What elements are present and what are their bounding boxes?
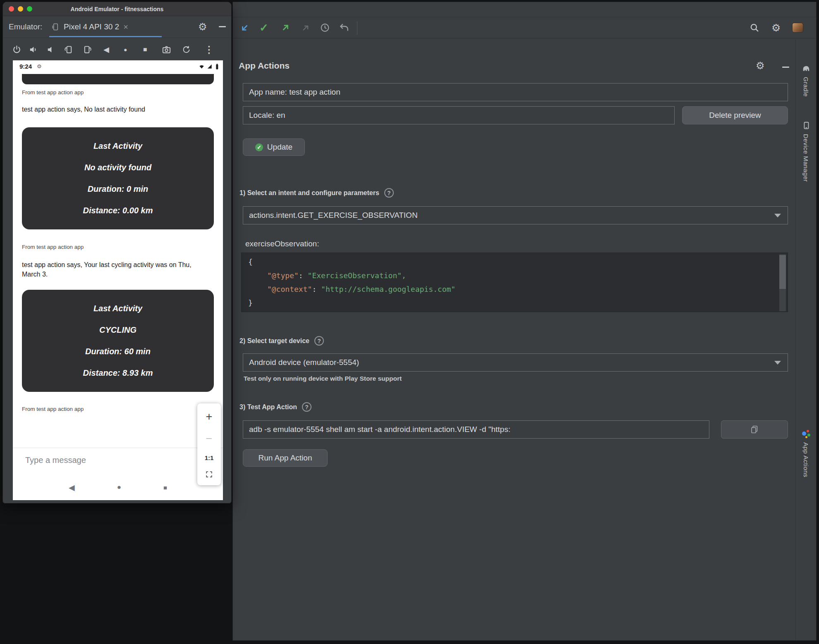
- phone-screen: 9:24 ⚙ From test app action app test app: [13, 60, 223, 500]
- status-gear-icon: ⚙: [37, 63, 42, 69]
- section-three-label: 3) Test App Action: [239, 403, 297, 411]
- target-device-dropdown[interactable]: Android device (emulator-5554): [243, 353, 788, 372]
- attach-debugger-icon[interactable]: [301, 23, 311, 33]
- sidebar-tab-app-actions[interactable]: App Actions: [796, 429, 816, 477]
- run-app-action-button[interactable]: Run App Action: [243, 449, 328, 467]
- phone-status-bar: 9:24 ⚙: [13, 60, 223, 73]
- zoom-out-button[interactable]: −: [206, 432, 213, 445]
- intent-dropdown[interactable]: actions.intent.GET_EXERCISE_OBSERVATION: [243, 206, 788, 224]
- editor-scrollbar[interactable]: [779, 254, 786, 311]
- app-name-value: App name: test app action: [249, 88, 340, 97]
- device-hint-text: Test only on running device with Play St…: [244, 375, 402, 382]
- update-label: Update: [267, 143, 292, 152]
- chevron-down-icon: [774, 361, 781, 365]
- gradle-label: Gradle: [802, 77, 809, 97]
- active-tab-underline: [49, 36, 162, 37]
- nav-overview-button[interactable]: ■: [163, 484, 167, 491]
- app-actions-icon: [802, 429, 811, 439]
- user-avatar[interactable]: [792, 23, 803, 33]
- update-check-icon: ✓: [255, 143, 263, 151]
- run-app-action-label: Run App Action: [259, 453, 312, 463]
- history-clock-icon[interactable]: [320, 23, 330, 33]
- back-icon[interactable]: ◀: [103, 45, 109, 54]
- device-manager-icon: [802, 121, 811, 130]
- device-tab[interactable]: Pixel 4 API 30 2 ×: [49, 16, 162, 38]
- section-two-label: 2) Select target device: [239, 337, 309, 345]
- right-tool-strip: Gradle Device Manager App Actions: [795, 39, 816, 640]
- close-tab-icon[interactable]: ×: [123, 22, 128, 32]
- previous-card-edge: [22, 74, 214, 84]
- card-duration: Duration: 60 min: [85, 347, 151, 356]
- message-from-label: From test app action app: [22, 244, 84, 250]
- help-icon[interactable]: ?: [302, 402, 311, 412]
- editor-scrollbar-thumb[interactable]: [779, 255, 786, 289]
- message-input[interactable]: Type a message: [25, 456, 86, 465]
- settings-gear-icon[interactable]: ⚙: [771, 22, 781, 34]
- zoom-in-button[interactable]: +: [206, 410, 213, 423]
- message-from-label: From test app action app: [22, 89, 84, 95]
- target-device-value: Android device (emulator-5554): [249, 358, 359, 367]
- adb-command-value: adb -s emulator-5554 shell am start -a a…: [249, 425, 510, 434]
- close-window-button[interactable]: [9, 6, 14, 12]
- sidebar-tab-gradle[interactable]: Gradle: [796, 64, 816, 97]
- update-button[interactable]: ✓ Update: [243, 138, 305, 156]
- card-distance: Distance: 8.93 km: [83, 368, 153, 378]
- emulator-minimize-icon[interactable]: [219, 26, 226, 27]
- card-distance: Distance: 0.00 km: [83, 206, 153, 215]
- intent-parameters-editor[interactable]: { "@type": "ExerciseObservation", "@cont…: [241, 253, 788, 312]
- panel-minimize-icon[interactable]: [782, 67, 789, 68]
- emulator-tab-bar: Emulator: Pixel 4 API 30 2 × ⚙: [3, 16, 231, 38]
- status-icons: [199, 63, 219, 70]
- rotate-right-icon[interactable]: [83, 45, 92, 54]
- device-tab-icon: [52, 22, 60, 31]
- section-one-label: 1) Select an intent and configure parame…: [239, 189, 379, 197]
- volume-down-icon[interactable]: [46, 45, 55, 54]
- search-icon[interactable]: [749, 22, 760, 33]
- help-icon[interactable]: ?: [384, 188, 394, 198]
- activity-card: Last Activity CYCLING Duration: 60 min D…: [22, 290, 214, 392]
- more-options-icon[interactable]: ⋮: [204, 44, 214, 55]
- android-studio-window: ✓ ⚙ App Actions ⚙ App name: test a: [232, 2, 817, 641]
- step-over-arrow-icon[interactable]: [239, 22, 250, 33]
- studio-main-toolbar: ✓ ⚙: [233, 17, 816, 38]
- sidebar-tab-device-manager[interactable]: Device Manager: [796, 121, 816, 182]
- emulator-window: Android Emulator - fitnessactions Emulat…: [2, 2, 232, 503]
- copy-command-button[interactable]: [721, 420, 788, 439]
- zoom-ratio-button[interactable]: 1:1: [205, 454, 214, 461]
- app-name-field[interactable]: App name: test app action: [243, 83, 788, 101]
- rotate-left-icon[interactable]: [64, 45, 73, 54]
- toolbar-divider: [357, 21, 357, 35]
- nav-home-button[interactable]: ●: [117, 483, 121, 491]
- help-icon[interactable]: ?: [314, 336, 324, 346]
- section-select-intent: 1) Select an intent and configure parame…: [239, 188, 394, 198]
- parameter-name-label: exerciseObservation:: [245, 239, 319, 248]
- signal-icon: [207, 64, 213, 69]
- emulator-controls-toolbar: ◀ ● ■ ⋮: [3, 38, 231, 61]
- intent-dropdown-value: actions.intent.GET_EXERCISE_OBSERVATION: [249, 211, 418, 220]
- zoom-window-button[interactable]: [27, 6, 32, 12]
- panel-gear-icon[interactable]: ⚙: [756, 60, 765, 72]
- fit-to-window-icon[interactable]: [205, 470, 213, 478]
- adb-command-field[interactable]: adb -s emulator-5554 shell am start -a a…: [243, 420, 709, 439]
- screenshot-canvas: ✓ ⚙ App Actions ⚙ App name: test a: [0, 0, 819, 644]
- snapshot-restore-icon[interactable]: [182, 45, 191, 54]
- undo-icon[interactable]: [339, 22, 350, 33]
- power-icon[interactable]: [12, 45, 22, 54]
- commit-check-icon[interactable]: ✓: [259, 21, 268, 34]
- delete-preview-button[interactable]: Delete preview: [682, 106, 788, 124]
- message-text: test app action says, No last activity f…: [22, 105, 145, 114]
- emulator-settings-gear-icon[interactable]: ⚙: [198, 21, 207, 33]
- volume-up-icon[interactable]: [29, 45, 38, 54]
- locale-field[interactable]: Locale: en: [243, 106, 675, 124]
- copy-icon: [750, 425, 759, 434]
- screenshot-camera-icon[interactable]: [162, 45, 171, 54]
- nav-back-button[interactable]: ◀: [69, 483, 75, 492]
- home-icon[interactable]: ●: [124, 46, 127, 53]
- minimize-window-button[interactable]: [18, 6, 23, 12]
- section-select-device: 2) Select target device ?: [239, 336, 324, 346]
- message-text: test app action says, Your last cycling …: [22, 260, 192, 279]
- overview-icon[interactable]: ■: [143, 46, 147, 53]
- update-project-arrow-icon[interactable]: [280, 22, 291, 33]
- app-actions-label: App Actions: [802, 442, 809, 477]
- card-duration: Duration: 0 min: [88, 184, 148, 194]
